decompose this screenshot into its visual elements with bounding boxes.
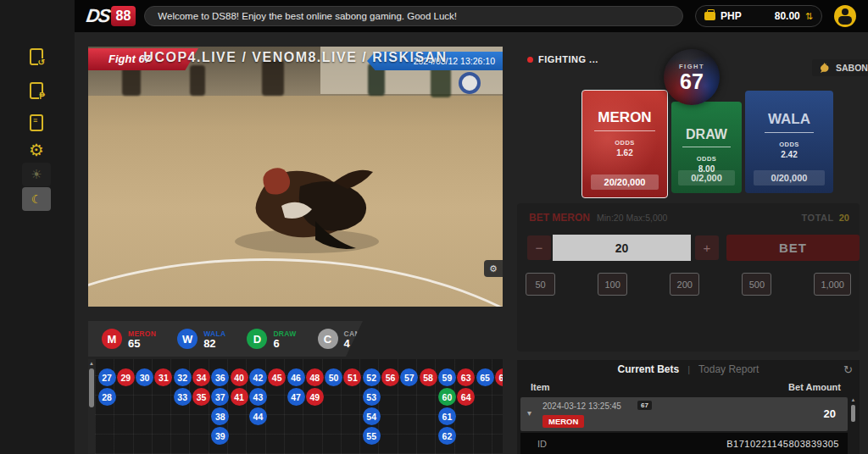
bet-detail-row: ID B1710221145803839305	[520, 433, 848, 454]
history-ball-52: 52	[363, 368, 381, 386]
wala-title: WALA	[765, 111, 814, 133]
quick-amount-200[interactable]: 200	[670, 273, 699, 296]
scrollbar-thumb[interactable]	[851, 405, 855, 422]
balance-refresh-icon[interactable]: ⇅	[805, 11, 813, 22]
user-avatar[interactable]	[834, 5, 856, 27]
ds88-logo[interactable]: DS 88	[86, 5, 136, 27]
result-stats: MMERON65WWALA82DDRAW6CCANCEL4	[88, 321, 363, 357]
history-ball-40: 40	[231, 368, 248, 386]
quick-amount-1000[interactable]: 1,000	[814, 273, 851, 296]
draw-card[interactable]: DRAW ODDS 8.00 0/2,000	[671, 102, 742, 193]
file-peso-icon: ₱	[30, 82, 43, 99]
history-ball-46: 46	[287, 368, 305, 386]
total-value: 20	[839, 213, 849, 223]
meron-odds-label: ODDS	[582, 139, 667, 147]
bet-controls: BET MERON Min:20 Max:5,000 TOTAL 20 − + …	[517, 203, 860, 352]
bets-refresh-icon[interactable]: ↻	[843, 363, 853, 376]
video-settings-button[interactable]: ⚙	[484, 260, 503, 277]
bet-amount-value: 20	[824, 407, 836, 420]
rooster-icon	[819, 63, 832, 74]
col-bet-amount: Bet Amount	[788, 382, 841, 392]
draw-odds-label: ODDS	[671, 155, 742, 163]
theme-light-toggle[interactable]: ☀	[22, 163, 51, 186]
bet-header: BET MERON Min:20 Max:5,000 TOTAL 20	[529, 212, 849, 224]
total-label: TOTAL	[802, 213, 834, 223]
theme-dark-toggle[interactable]: ☾	[22, 187, 51, 211]
history-ball-54: 54	[363, 407, 381, 425]
history-ball-59: 59	[438, 368, 456, 386]
stat-value: 65	[128, 339, 156, 348]
gear-icon: ⚙	[29, 140, 44, 160]
status-dot-icon	[527, 57, 533, 63]
provider-badge: SABONG	[812, 59, 868, 76]
scrollbar-thumb[interactable]	[89, 368, 94, 407]
stake-decrease-button[interactable]: −	[527, 235, 551, 260]
bet-side-title: BET MERON	[529, 212, 590, 224]
tab-today-report[interactable]: Today Report	[698, 363, 759, 375]
rebate-icon[interactable]: ↺	[20, 42, 53, 71]
fight-number: 67	[680, 70, 704, 92]
bet-datetime: 2024-03-12 13:25:45	[542, 401, 621, 411]
bets-tabs: Current Bets | Today Report	[517, 363, 860, 375]
history-ball-41: 41	[231, 388, 248, 406]
settings-icon[interactable]: ⚙	[20, 136, 53, 164]
history-ball-60: 60	[438, 388, 456, 406]
col-item: Item	[531, 382, 550, 392]
stat-value: 4	[344, 339, 376, 348]
draw-amount: 0/2,000	[678, 170, 734, 185]
chevron-down-icon[interactable]: ▾	[527, 408, 531, 418]
wala-card[interactable]: WALA ODDS 2.42 0/20,000	[745, 91, 833, 193]
stake-input[interactable]	[553, 235, 691, 261]
stat-value: 6	[273, 339, 296, 348]
history-ball-35: 35	[192, 388, 210, 406]
history-scrollbar[interactable]: ▲	[88, 359, 95, 454]
sidebar: ↺ ₱ ≡ ⚙ ☀ ☾	[0, 0, 75, 454]
quick-amount-100[interactable]: 100	[598, 273, 627, 296]
stream-watermark: UCOP4.LIVE / VENOM8.LIVE / RISKISAN	[88, 50, 503, 65]
crowd-figure	[190, 65, 205, 96]
bet-button[interactable]: BET	[726, 235, 860, 261]
bets-scrollbar[interactable]: ▲	[850, 397, 856, 451]
cancel-icon: C	[318, 329, 338, 349]
bet-fight-number-badge: 67	[637, 401, 652, 410]
wala-odds-value: 2.42	[745, 150, 833, 159]
wala-amount: 0/20,000	[754, 170, 824, 185]
bet-side-badge: MERON	[542, 415, 584, 428]
video-player[interactable]: Fight 67 2024/03/12 13:26:10 UCOP4.LIVE …	[88, 47, 503, 307]
bet-id-label: ID	[537, 439, 547, 449]
arena-logo-badge	[459, 72, 481, 94]
history-ball-49: 49	[306, 388, 324, 406]
history-ball-55: 55	[363, 427, 381, 445]
wallet-balance[interactable]: PHP 80.00 ⇅	[695, 5, 822, 27]
quick-amount-50[interactable]: 50	[526, 273, 555, 296]
wala-icon: W	[177, 329, 198, 349]
transactions-icon[interactable]: ₱	[20, 76, 53, 105]
tab-current-bets[interactable]: Current Bets	[618, 363, 680, 375]
topbar: DS 88 Welcome to DS88! Enjoy the best on…	[75, 0, 868, 32]
draw-icon: D	[247, 329, 267, 349]
bet-row[interactable]: ▾ 2024-03-12 13:25:45 67 MERON 20	[520, 397, 848, 431]
report-icon[interactable]: ≡	[20, 108, 53, 137]
meron-amount: 20/20,000	[591, 174, 659, 190]
stake-increase-button[interactable]: +	[695, 235, 719, 260]
bets-column-headers: Item Bet Amount	[531, 382, 841, 392]
welcome-marquee: Welcome to DS88! Enjoy the best online s…	[144, 6, 683, 26]
wala-odds-label: ODDS	[745, 141, 833, 148]
history-ball-47: 47	[287, 388, 305, 406]
scroll-up-icon[interactable]: ▲	[850, 397, 856, 403]
sun-icon: ☀	[31, 167, 42, 182]
fight-history-grid: ▲ 27282930313233343536373839404142434445…	[88, 359, 503, 454]
history-ball-43: 43	[249, 388, 267, 406]
history-ball-42: 42	[249, 368, 267, 386]
wallet-icon	[704, 12, 715, 20]
quick-amount-500[interactable]: 500	[742, 273, 771, 296]
video-scene	[88, 47, 503, 307]
file-lines-icon: ≡	[30, 114, 43, 131]
bet-limits: Min:20 Max:5,000	[597, 213, 667, 223]
crowd-figure	[262, 60, 284, 96]
history-ball-50: 50	[325, 368, 342, 386]
meron-card[interactable]: MERON ODDS 1.62 20/20,000	[581, 90, 668, 198]
gear-icon: ⚙	[489, 263, 498, 274]
history-ball-56: 56	[381, 368, 399, 386]
scroll-up-icon[interactable]: ▲	[88, 360, 95, 367]
